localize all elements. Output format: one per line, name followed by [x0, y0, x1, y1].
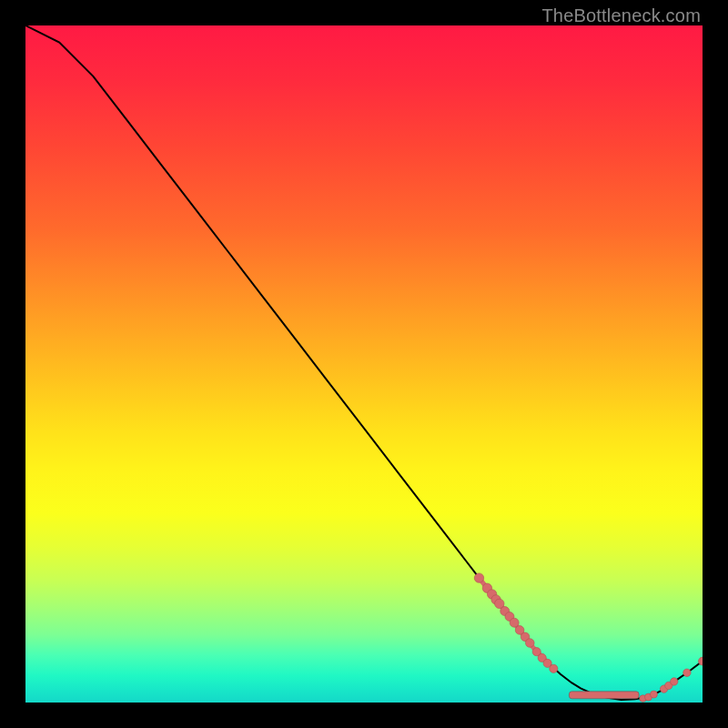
watermark-text: TheBottleneck.com [541, 5, 701, 26]
chart-container: TheBottleneck.com [0, 0, 728, 728]
plot-area [25, 25, 703, 703]
gradient-background [25, 25, 703, 703]
